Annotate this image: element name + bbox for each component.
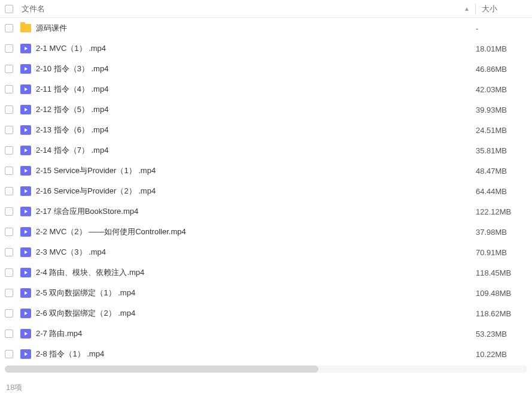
row-checkbox-cell bbox=[5, 187, 19, 195]
file-row[interactable]: 2-1 MVC（1） .mp418.01MB bbox=[0, 38, 532, 59]
video-icon bbox=[20, 105, 31, 114]
video-icon-cell bbox=[19, 268, 32, 277]
file-row[interactable]: 2-15 Service与Provider（1） .mp448.47MB bbox=[0, 161, 532, 181]
row-checkbox[interactable] bbox=[5, 350, 13, 358]
select-all-checkbox[interactable] bbox=[5, 5, 13, 13]
video-icon bbox=[20, 64, 31, 74]
row-checkbox[interactable] bbox=[5, 126, 13, 134]
file-row[interactable]: 2-10 指令（3） .mp446.86MB bbox=[0, 59, 532, 79]
row-checkbox[interactable] bbox=[5, 146, 13, 155]
video-icon bbox=[20, 309, 31, 318]
file-row[interactable]: 2-4 路由、模块、依赖注入.mp4118.45MB bbox=[0, 262, 532, 283]
video-icon-cell bbox=[19, 44, 32, 53]
video-icon-cell bbox=[19, 64, 32, 74]
file-row[interactable]: 2-16 Service与Provider（2） .mp464.44MB bbox=[0, 181, 532, 201]
row-checkbox-cell bbox=[5, 309, 19, 318]
file-name[interactable]: 2-5 双向数据绑定（1） .mp4 bbox=[36, 288, 456, 298]
file-row[interactable]: 2-5 双向数据绑定（1） .mp4109.48MB bbox=[0, 283, 532, 303]
row-checkbox[interactable] bbox=[5, 105, 13, 114]
video-icon-cell bbox=[19, 227, 32, 237]
file-size: 46.86MB bbox=[473, 65, 527, 74]
video-icon-cell bbox=[19, 84, 32, 94]
video-icon-cell bbox=[19, 309, 32, 318]
folder-icon-cell bbox=[19, 24, 32, 32]
file-size: 64.44MB bbox=[473, 187, 527, 196]
row-checkbox-cell bbox=[5, 105, 19, 114]
row-checkbox[interactable] bbox=[5, 268, 13, 277]
video-icon-cell bbox=[19, 349, 32, 359]
file-name[interactable]: 2-10 指令（3） .mp4 bbox=[36, 64, 456, 74]
column-size[interactable]: 大小 bbox=[479, 4, 527, 14]
file-row[interactable]: 2-11 指令（4） .mp442.03MB bbox=[0, 79, 532, 99]
row-checkbox-cell bbox=[5, 207, 19, 216]
video-icon-cell bbox=[19, 288, 32, 298]
file-name[interactable]: 2-11 指令（4） .mp4 bbox=[36, 84, 456, 95]
row-checkbox[interactable] bbox=[5, 167, 13, 175]
file-size: - bbox=[473, 24, 527, 33]
row-checkbox[interactable] bbox=[5, 309, 13, 318]
row-checkbox[interactable] bbox=[5, 228, 13, 236]
row-checkbox[interactable] bbox=[5, 44, 13, 53]
row-checkbox-cell bbox=[5, 24, 19, 32]
video-icon-cell bbox=[19, 146, 32, 155]
file-row[interactable]: 2-7 路由.mp453.23MB bbox=[0, 324, 532, 344]
file-row[interactable]: 源码课件- bbox=[0, 18, 532, 38]
file-row[interactable]: 2-3 MVC（3） .mp470.91MB bbox=[0, 242, 532, 262]
video-icon bbox=[20, 288, 31, 298]
file-row[interactable]: 2-14 指令（7） .mp435.81MB bbox=[0, 140, 532, 161]
row-checkbox[interactable] bbox=[5, 187, 13, 195]
row-checkbox-cell bbox=[5, 330, 19, 338]
row-checkbox[interactable] bbox=[5, 330, 13, 338]
file-name[interactable]: 2-12 指令（5） .mp4 bbox=[36, 104, 456, 115]
row-checkbox-cell bbox=[5, 289, 19, 297]
video-icon bbox=[20, 146, 31, 155]
scrollbar-thumb[interactable] bbox=[5, 365, 318, 373]
file-name[interactable]: 2-17 综合应用BookStore.mp4 bbox=[36, 206, 456, 217]
file-name[interactable]: 2-3 MVC（3） .mp4 bbox=[36, 247, 456, 258]
file-name[interactable]: 2-8 指令（1） .mp4 bbox=[36, 349, 456, 359]
video-icon bbox=[20, 186, 31, 196]
video-icon bbox=[20, 125, 31, 135]
video-icon bbox=[20, 207, 31, 216]
row-checkbox-cell bbox=[5, 44, 19, 53]
video-icon bbox=[20, 247, 31, 257]
video-icon-cell bbox=[19, 105, 32, 114]
file-name[interactable]: 源码课件 bbox=[36, 23, 456, 34]
file-name[interactable]: 2-2 MVC（2） ——如何使用Controller.mp4 bbox=[36, 226, 456, 237]
row-checkbox-cell bbox=[5, 126, 19, 134]
sort-indicator-icon[interactable]: ▲ bbox=[462, 5, 472, 12]
file-row[interactable]: 2-6 双向数据绑定（2） .mp4118.62MB bbox=[0, 303, 532, 324]
video-icon-cell bbox=[19, 186, 32, 196]
file-name[interactable]: 2-14 指令（7） .mp4 bbox=[36, 145, 456, 156]
file-name[interactable]: 2-13 指令（6） .mp4 bbox=[36, 125, 456, 135]
row-checkbox-cell bbox=[5, 146, 19, 155]
row-checkbox[interactable] bbox=[5, 207, 13, 216]
file-name[interactable]: 2-15 Service与Provider（1） .mp4 bbox=[36, 165, 456, 176]
row-checkbox[interactable] bbox=[5, 248, 13, 256]
file-row[interactable]: 2-8 指令（1） .mp410.22MB bbox=[0, 344, 532, 364]
file-name[interactable]: 2-7 路由.mp4 bbox=[36, 328, 456, 339]
file-row[interactable]: 2-12 指令（5） .mp439.93MB bbox=[0, 99, 532, 120]
file-size: 42.03MB bbox=[473, 85, 527, 94]
row-checkbox-cell bbox=[5, 228, 19, 236]
video-icon bbox=[20, 84, 31, 94]
file-name[interactable]: 2-1 MVC（1） .mp4 bbox=[36, 43, 456, 54]
file-row[interactable]: 2-13 指令（6） .mp424.51MB bbox=[0, 120, 532, 140]
row-checkbox[interactable] bbox=[5, 289, 13, 297]
video-icon bbox=[20, 349, 31, 359]
file-name[interactable]: 2-6 双向数据绑定（2） .mp4 bbox=[36, 308, 456, 319]
row-checkbox-cell bbox=[5, 85, 19, 93]
row-checkbox[interactable] bbox=[5, 85, 13, 93]
row-checkbox-cell bbox=[5, 167, 19, 175]
horizontal-scrollbar[interactable] bbox=[5, 365, 527, 373]
row-checkbox[interactable] bbox=[5, 65, 13, 73]
file-name[interactable]: 2-4 路由、模块、依赖注入.mp4 bbox=[36, 267, 456, 278]
file-size: 53.23MB bbox=[473, 330, 527, 338]
column-filename[interactable]: 文件名 bbox=[19, 4, 462, 14]
file-row[interactable]: 2-2 MVC（2） ——如何使用Controller.mp437.98MB bbox=[0, 222, 532, 242]
file-row[interactable]: 2-17 综合应用BookStore.mp4122.12MB bbox=[0, 201, 532, 222]
folder-icon bbox=[20, 24, 31, 32]
file-name[interactable]: 2-16 Service与Provider（2） .mp4 bbox=[36, 186, 456, 197]
row-checkbox[interactable] bbox=[5, 24, 13, 32]
row-checkbox-cell bbox=[5, 65, 19, 73]
